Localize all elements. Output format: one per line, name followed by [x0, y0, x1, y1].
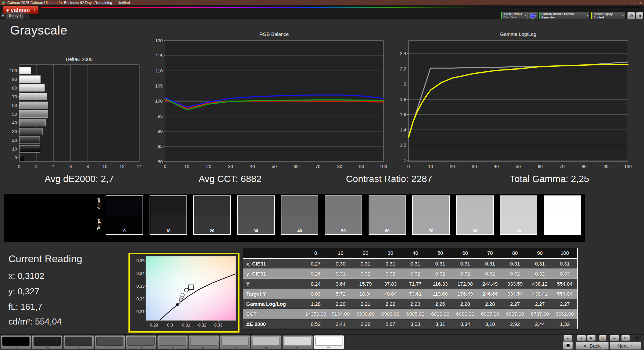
table-cell: 73,61	[403, 289, 428, 299]
pattern-level-swatch	[2, 337, 30, 346]
table-row: y: CIE310,260,310,320,320,320,320,320,32…	[243, 269, 577, 279]
chevrons-right-icon: »	[631, 343, 634, 348]
collapse-toolbar-button[interactable]: ◀	[636, 12, 643, 19]
loop-measure-button[interactable]: ⟳	[621, 335, 630, 341]
table-column-header: 80	[502, 248, 527, 258]
pattern-level-button-100[interactable]: 100	[314, 335, 344, 349]
table-cell: 554,04	[552, 279, 577, 289]
table-cell: 6906,00	[378, 309, 403, 319]
svg-text:10: 10	[184, 164, 190, 169]
pattern-level-swatch	[253, 337, 280, 346]
stop-measure-button[interactable]: ■	[577, 335, 586, 341]
meter-device-name: X-Rite i1Pro 3	[503, 13, 522, 16]
svg-text:1: 1	[404, 158, 406, 163]
rgb-balance-line-chart: RGB Balance12011511010510095908580010203…	[144, 27, 389, 171]
expand-pattern-button[interactable]: ▲	[564, 335, 572, 341]
table-cell: 0,52	[303, 319, 328, 329]
minimize-button[interactable]: –	[625, 1, 627, 5]
table-cell: 2,23	[403, 299, 428, 309]
calman-diamond-icon: ◈	[6, 7, 9, 12]
settings-button[interactable]: ⚙	[627, 12, 635, 19]
table-corner-cell	[243, 248, 303, 258]
svg-text:90: 90	[603, 164, 608, 169]
svg-text:2: 2	[404, 81, 406, 86]
chevron-down-icon: ▾	[587, 14, 588, 17]
svg-text:90: 90	[12, 77, 17, 82]
table-cell: 2,20	[328, 299, 353, 309]
back-button[interactable]: « Back	[576, 342, 609, 350]
pattern-window-button[interactable]	[563, 341, 573, 350]
table-row-label: Target Y	[243, 289, 303, 299]
svg-text:0,31: 0,31	[137, 309, 145, 314]
svg-text:20: 20	[206, 164, 211, 169]
swatch-actual	[194, 196, 230, 215]
svg-text:85: 85	[158, 144, 163, 149]
table-cell: 0,32	[403, 269, 428, 279]
table-row-label: CCT	[243, 309, 303, 319]
pattern-level-button-50[interactable]: 50	[157, 335, 188, 349]
pattern-level-button-90[interactable]: 90	[282, 335, 313, 349]
svg-text:14: 14	[137, 164, 142, 169]
meter-device-mode: Direct View	[503, 16, 522, 19]
table-row: x: CIE310,270,300,310,310,310,310,310,31…	[243, 259, 577, 269]
reading-cdm2: cd/m²: 554,04	[8, 316, 62, 327]
pattern-level-button-20[interactable]: 20	[63, 335, 94, 349]
chevron-down-icon: ▾	[622, 14, 624, 17]
table-cell: 71,77	[403, 279, 428, 289]
table-cell: 0,31	[378, 259, 403, 269]
table-cell: 15,79	[353, 279, 378, 289]
pattern-level-button-10[interactable]: 10	[32, 335, 62, 349]
swatch-level-label: 100	[544, 229, 581, 233]
pattern-level-button-0[interactable]: 0	[1, 335, 31, 349]
svg-text:50: 50	[12, 112, 17, 117]
measure-once-button[interactable]: ▶	[587, 335, 596, 341]
table-row: Y0,243,6415,7937,8371,77116,33172,98244,…	[243, 279, 577, 289]
chevron-down-icon: ▾	[525, 14, 526, 17]
meter-device-dropdown[interactable]: X-Rite i1Pro 3 Direct View ▾	[501, 12, 528, 19]
svg-text:0,35: 0,35	[137, 258, 145, 263]
title-bar: Calman 2025 Calman Ultimate for Business…	[0, 0, 644, 5]
table-cell: 0,31	[353, 259, 378, 269]
table-row: Gamma Log/Log1,282,202,212,222,232,262,2…	[243, 299, 577, 309]
pattern-level-button-70[interactable]: 70	[220, 335, 250, 349]
add-tab-button[interactable]: +	[23, 13, 29, 18]
pattern-level-button-60[interactable]: 60	[189, 335, 219, 349]
table-cell: 172,98	[453, 279, 478, 289]
tab-history-1[interactable]: History 1	[6, 12, 23, 19]
next-button[interactable]: Next »	[610, 342, 641, 350]
table-cell: 176,49	[453, 289, 478, 299]
tab-label: History 1	[7, 14, 21, 18]
table-cell: 2,27	[502, 299, 527, 309]
close-button[interactable]: ✕	[639, 1, 642, 5]
swatch-actual	[281, 196, 318, 215]
pattern-level-label: 60	[189, 346, 219, 349]
svg-text:10: 10	[428, 164, 433, 169]
play-icon: ▶	[2, 14, 4, 16]
svg-text:1,8: 1,8	[400, 97, 406, 102]
maximize-button[interactable]: ▢	[631, 1, 634, 5]
pattern-level-button-40[interactable]: 40	[126, 335, 156, 349]
pattern-level-button-30[interactable]: 30	[95, 335, 125, 349]
continuous-measure-button[interactable]: ∞	[610, 335, 619, 341]
svg-text:70: 70	[559, 164, 565, 169]
table-cell: 334,54	[502, 289, 527, 299]
display-control-dropdown[interactable]: Direct Display Control ▾	[591, 12, 625, 19]
pattern-level-button-80[interactable]: 80	[251, 335, 281, 349]
pattern-swatch-icon	[566, 343, 570, 348]
table-cell: 3,64	[328, 279, 353, 289]
svg-text:100: 100	[624, 164, 632, 169]
svg-text:50: 50	[272, 164, 277, 169]
next-label: Next	[618, 343, 628, 349]
table-row-label: Gamma Log/Log	[243, 299, 303, 309]
display-control-name: Direct Display Control	[592, 12, 623, 19]
table-cell: 3,03	[403, 319, 428, 329]
svg-text:80: 80	[12, 85, 17, 91]
history-panel-toggle[interactable]: ▶	[1, 13, 5, 17]
table-cell: 3,18	[478, 319, 502, 329]
swatch-level-label: 20	[193, 229, 231, 233]
interval-measure-button[interactable]: [·]	[599, 335, 606, 341]
svg-text:0,34: 0,34	[137, 271, 145, 276]
pattern-source-dropdown[interactable]: CalMAN Client 3 Pattern Generator ▾	[539, 12, 590, 19]
pattern-level-swatch	[34, 337, 61, 346]
deltae-2000-bar-chart: DeltaE 200010090807060504030201000246810…	[7, 54, 148, 171]
